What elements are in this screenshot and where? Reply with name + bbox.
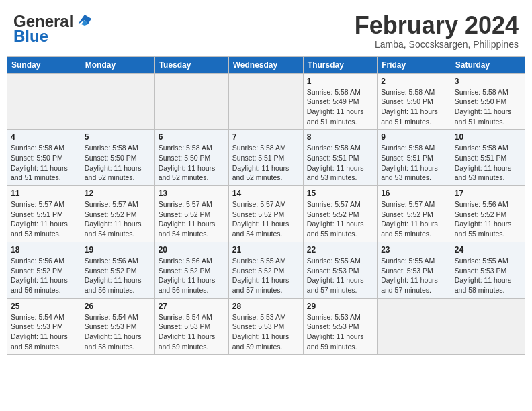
- day-number: 9: [381, 132, 447, 142]
- calendar-header: Sunday Monday Tuesday Wednesday Thursday…: [7, 56, 525, 73]
- day-number: 23: [381, 245, 447, 255]
- header-friday: Friday: [378, 56, 451, 73]
- logo-blue: Blue: [13, 27, 48, 46]
- day-info: Sunrise: 5:56 AMSunset: 5:52 PMDaylight:…: [159, 256, 225, 295]
- day-number: 8: [307, 132, 373, 142]
- day-info: Sunrise: 5:57 AMSunset: 5:52 PMDaylight:…: [159, 199, 225, 239]
- day-info: Sunrise: 5:53 AMSunset: 5:53 PMDaylight:…: [307, 312, 373, 352]
- day-number: 13: [159, 189, 225, 198]
- day-number: 19: [85, 245, 151, 255]
- calendar-cell: 24Sunrise: 5:55 AMSunset: 5:53 PMDayligh…: [451, 242, 525, 298]
- day-info: Sunrise: 5:57 AMSunset: 5:51 PMDaylight:…: [11, 199, 77, 239]
- day-info: Sunrise: 5:58 AMSunset: 5:50 PMDaylight:…: [159, 143, 225, 183]
- calendar-title: February 2024: [355, 12, 519, 39]
- calendar-cell: 17Sunrise: 5:56 AMSunset: 5:52 PMDayligh…: [451, 186, 525, 242]
- calendar-title-section: February 2024 Lamba, Soccsksargen, Phili…: [355, 12, 519, 50]
- calendar-cell: 29Sunrise: 5:53 AMSunset: 5:53 PMDayligh…: [303, 298, 377, 355]
- day-number: 26: [85, 302, 151, 311]
- day-info: Sunrise: 5:58 AMSunset: 5:51 PMDaylight:…: [307, 143, 373, 183]
- calendar-cell: 25Sunrise: 5:54 AMSunset: 5:53 PMDayligh…: [7, 298, 81, 355]
- calendar-cell: 16Sunrise: 5:57 AMSunset: 5:52 PMDayligh…: [378, 186, 451, 242]
- calendar-subtitle: Lamba, Soccsksargen, Philippines: [355, 39, 519, 50]
- logo-bird-icon: [75, 12, 95, 31]
- calendar-cell: 4Sunrise: 5:58 AMSunset: 5:50 PMDaylight…: [7, 130, 81, 186]
- calendar-week-row: 4Sunrise: 5:58 AMSunset: 5:50 PMDaylight…: [7, 130, 525, 186]
- day-number: 2: [381, 77, 447, 86]
- day-info: Sunrise: 5:55 AMSunset: 5:53 PMDaylight:…: [307, 256, 373, 295]
- calendar-cell: 3Sunrise: 5:58 AMSunset: 5:50 PMDaylight…: [451, 73, 525, 130]
- day-number: 11: [11, 189, 77, 198]
- day-number: 10: [455, 132, 521, 142]
- day-number: 27: [159, 302, 225, 311]
- day-info: Sunrise: 5:58 AMSunset: 5:51 PMDaylight:…: [381, 143, 447, 183]
- logo: General Blue: [13, 12, 95, 46]
- calendar-cell: 9Sunrise: 5:58 AMSunset: 5:51 PMDaylight…: [378, 130, 451, 186]
- day-info: Sunrise: 5:58 AMSunset: 5:50 PMDaylight:…: [455, 87, 521, 127]
- header-thursday: Thursday: [303, 56, 377, 73]
- day-number: 28: [232, 302, 300, 311]
- day-number: 22: [307, 245, 373, 255]
- day-info: Sunrise: 5:58 AMSunset: 5:50 PMDaylight:…: [11, 143, 77, 183]
- day-info: Sunrise: 5:57 AMSunset: 5:52 PMDaylight:…: [232, 199, 300, 239]
- day-info: Sunrise: 5:54 AMSunset: 5:53 PMDaylight:…: [11, 312, 77, 352]
- calendar-cell: 7Sunrise: 5:58 AMSunset: 5:51 PMDaylight…: [228, 130, 303, 186]
- calendar-cell: 21Sunrise: 5:55 AMSunset: 5:52 PMDayligh…: [228, 242, 303, 298]
- day-number: 6: [159, 132, 225, 142]
- calendar-week-row: 18Sunrise: 5:56 AMSunset: 5:52 PMDayligh…: [7, 242, 525, 298]
- header-wednesday: Wednesday: [228, 56, 303, 73]
- calendar-cell: 22Sunrise: 5:55 AMSunset: 5:53 PMDayligh…: [303, 242, 377, 298]
- day-info: Sunrise: 5:58 AMSunset: 5:49 PMDaylight:…: [307, 87, 373, 127]
- weekday-header-row: Sunday Monday Tuesday Wednesday Thursday…: [7, 56, 525, 73]
- header-monday: Monday: [81, 56, 154, 73]
- calendar-cell: 8Sunrise: 5:58 AMSunset: 5:51 PMDaylight…: [303, 130, 377, 186]
- day-number: 20: [159, 245, 225, 255]
- day-info: Sunrise: 5:58 AMSunset: 5:50 PMDaylight:…: [85, 143, 151, 183]
- day-info: Sunrise: 5:57 AMSunset: 5:52 PMDaylight:…: [381, 199, 447, 239]
- calendar-cell: [378, 298, 451, 355]
- day-info: Sunrise: 5:56 AMSunset: 5:52 PMDaylight:…: [455, 199, 521, 239]
- day-number: 18: [11, 245, 77, 255]
- day-number: 14: [232, 189, 300, 198]
- calendar-cell: 26Sunrise: 5:54 AMSunset: 5:53 PMDayligh…: [81, 298, 154, 355]
- calendar-cell: 14Sunrise: 5:57 AMSunset: 5:52 PMDayligh…: [228, 186, 303, 242]
- header-saturday: Saturday: [451, 56, 525, 73]
- day-number: 25: [11, 302, 77, 311]
- day-number: 16: [381, 189, 447, 198]
- day-number: 29: [307, 302, 373, 311]
- day-info: Sunrise: 5:57 AMSunset: 5:52 PMDaylight:…: [85, 199, 151, 239]
- calendar-week-row: 11Sunrise: 5:57 AMSunset: 5:51 PMDayligh…: [7, 186, 525, 242]
- calendar-cell: [81, 73, 154, 130]
- day-info: Sunrise: 5:58 AMSunset: 5:50 PMDaylight:…: [381, 87, 447, 127]
- day-info: Sunrise: 5:56 AMSunset: 5:52 PMDaylight:…: [85, 256, 151, 295]
- calendar-cell: 11Sunrise: 5:57 AMSunset: 5:51 PMDayligh…: [7, 186, 81, 242]
- calendar-cell: [228, 73, 303, 130]
- calendar-week-row: 25Sunrise: 5:54 AMSunset: 5:53 PMDayligh…: [7, 298, 525, 355]
- calendar-cell: 2Sunrise: 5:58 AMSunset: 5:50 PMDaylight…: [378, 73, 451, 130]
- calendar-cell: 19Sunrise: 5:56 AMSunset: 5:52 PMDayligh…: [81, 242, 154, 298]
- day-info: Sunrise: 5:56 AMSunset: 5:52 PMDaylight:…: [11, 256, 77, 295]
- calendar-cell: 23Sunrise: 5:55 AMSunset: 5:53 PMDayligh…: [378, 242, 451, 298]
- day-number: 12: [85, 189, 151, 198]
- day-number: 17: [455, 189, 521, 198]
- day-number: 5: [85, 132, 151, 142]
- header-sunday: Sunday: [7, 56, 81, 73]
- day-info: Sunrise: 5:54 AMSunset: 5:53 PMDaylight:…: [85, 312, 151, 352]
- calendar-cell: 27Sunrise: 5:54 AMSunset: 5:53 PMDayligh…: [154, 298, 228, 355]
- page-header: General Blue February 2024 Lamba, Soccsk…: [7, 7, 525, 54]
- day-number: 1: [307, 77, 373, 86]
- calendar-cell: 13Sunrise: 5:57 AMSunset: 5:52 PMDayligh…: [154, 186, 228, 242]
- calendar-week-row: 1Sunrise: 5:58 AMSunset: 5:49 PMDaylight…: [7, 73, 525, 130]
- day-number: 3: [455, 77, 521, 86]
- day-number: 4: [11, 132, 77, 142]
- day-info: Sunrise: 5:53 AMSunset: 5:53 PMDaylight:…: [232, 312, 300, 352]
- calendar-cell: 5Sunrise: 5:58 AMSunset: 5:50 PMDaylight…: [81, 130, 154, 186]
- calendar-cell: 1Sunrise: 5:58 AMSunset: 5:49 PMDaylight…: [303, 73, 377, 130]
- day-number: 21: [232, 245, 300, 255]
- day-info: Sunrise: 5:55 AMSunset: 5:53 PMDaylight:…: [381, 256, 447, 295]
- day-number: 15: [307, 189, 373, 198]
- day-info: Sunrise: 5:58 AMSunset: 5:51 PMDaylight:…: [232, 143, 300, 183]
- day-info: Sunrise: 5:55 AMSunset: 5:53 PMDaylight:…: [455, 256, 521, 295]
- day-info: Sunrise: 5:55 AMSunset: 5:52 PMDaylight:…: [232, 256, 300, 295]
- calendar-cell: 10Sunrise: 5:58 AMSunset: 5:51 PMDayligh…: [451, 130, 525, 186]
- calendar-cell: 28Sunrise: 5:53 AMSunset: 5:53 PMDayligh…: [228, 298, 303, 355]
